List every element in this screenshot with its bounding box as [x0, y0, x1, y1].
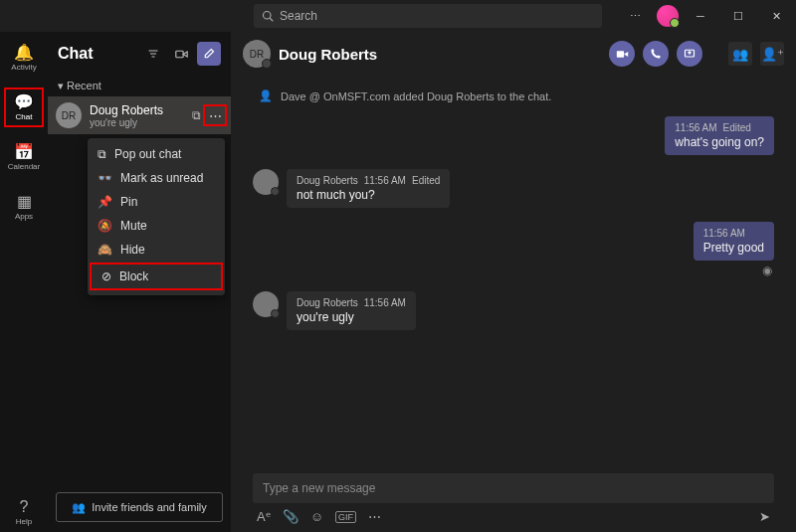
msg-sender: Doug Roberts — [297, 175, 358, 186]
apps-icon: ▦ — [17, 194, 32, 210]
rail-activity[interactable]: 🔔 Activity — [4, 38, 44, 78]
video-icon — [616, 48, 629, 61]
msg-time: 11:56 AM — [703, 228, 745, 239]
more-compose-button[interactable]: ⋯ — [368, 509, 381, 524]
chat-sidebar: Chat ▾ Recent DR Doug Roberts you're ugl… — [48, 32, 231, 532]
sender-avatar[interactable] — [253, 291, 279, 317]
gif-button[interactable]: GIF — [335, 511, 356, 523]
msg-edited: Edited — [723, 122, 751, 133]
filter-icon — [147, 48, 159, 60]
maximize-button[interactable]: ☐ — [722, 4, 754, 28]
app-rail: 🔔 Activity 💬 Chat 📅 Calendar ▦ Apps ? He… — [0, 32, 48, 532]
settings-more-icon[interactable]: ⋯ — [619, 4, 651, 28]
close-button[interactable]: ✕ — [760, 4, 792, 28]
search-input[interactable]: Search — [254, 4, 602, 28]
sidebar-title: Chat — [58, 45, 137, 63]
menu-mark-unread[interactable]: 👓Mark as unread — [88, 166, 225, 190]
attach-button[interactable]: 📎 — [283, 509, 298, 524]
invite-button[interactable]: 👥 Invite friends and family — [56, 492, 223, 522]
format-button[interactable]: Aᵉ — [257, 509, 271, 524]
share-screen-button[interactable] — [677, 41, 702, 67]
popout-inline-icon[interactable]: ⧉ — [192, 108, 201, 122]
chat-main: DR Doug Roberts 👥 👤⁺ 👤 Dave @ OnMSFT.com… — [231, 32, 796, 532]
pin-icon: 📌 — [98, 195, 112, 209]
system-message: 👤 Dave @ OnMSFT.com added Doug Roberts t… — [253, 89, 774, 102]
bell-icon: 🔔 — [14, 45, 34, 61]
search-icon — [262, 10, 274, 22]
people-button[interactable]: 👥 — [728, 42, 752, 66]
their-message[interactable]: Doug Roberts11:56 AMEdited not much you? — [287, 169, 450, 208]
section-recent[interactable]: ▾ Recent — [48, 76, 231, 96]
svg-line-1 — [270, 18, 273, 21]
chat-header-title: Doug Roberts — [279, 46, 601, 63]
msg-time: 11:56 AM — [364, 297, 406, 308]
chat-list-item[interactable]: DR Doug Roberts you're ugly ⧉ ⋯ — [48, 96, 231, 134]
chat-header-avatar[interactable]: DR — [243, 40, 271, 68]
message-placeholder: Type a new message — [263, 481, 375, 495]
menu-mute[interactable]: 🔕Mute — [88, 214, 225, 238]
search-placeholder: Search — [280, 9, 317, 23]
audio-call-button[interactable] — [643, 41, 669, 67]
rail-help[interactable]: ? Help — [4, 492, 44, 532]
menu-popout[interactable]: ⧉Pop out chat — [88, 142, 225, 166]
unread-icon: 👓 — [98, 171, 112, 185]
help-icon: ? — [20, 499, 29, 515]
msg-body: you're ugly — [297, 310, 406, 324]
rail-calendar[interactable]: 📅 Calendar — [4, 137, 44, 177]
msg-body: Pretty good — [703, 241, 764, 255]
emoji-button[interactable]: ☺ — [310, 509, 323, 524]
invite-icon: 👥 — [72, 501, 86, 514]
profile-avatar[interactable] — [657, 5, 679, 27]
menu-hide[interactable]: 🙈Hide — [88, 238, 225, 262]
msg-body: not much you? — [297, 188, 440, 202]
svg-point-0 — [264, 12, 272, 20]
send-button[interactable]: ➤ — [759, 509, 770, 524]
video-call-button[interactable] — [609, 41, 635, 67]
their-message[interactable]: Doug Roberts11:56 AM you're ugly — [287, 291, 416, 330]
my-message[interactable]: 11:56 AM Pretty good — [694, 222, 774, 261]
filter-button[interactable] — [141, 42, 165, 66]
minimize-button[interactable]: ─ — [685, 4, 716, 28]
mute-icon: 🔕 — [98, 219, 112, 233]
chat-icon: 💬 — [14, 94, 34, 110]
phone-icon — [650, 48, 662, 60]
compose-icon — [203, 48, 215, 60]
my-message[interactable]: 11:56 AMEdited what's going on? — [665, 116, 774, 155]
chat-more-options[interactable]: ⋯ — [203, 104, 227, 126]
sender-avatar[interactable] — [253, 169, 279, 195]
new-chat-button[interactable] — [197, 42, 221, 66]
share-icon — [684, 48, 696, 60]
menu-pin[interactable]: 📌Pin — [88, 190, 225, 214]
chat-context-menu: ⧉Pop out chat 👓Mark as unread 📌Pin 🔕Mute… — [88, 138, 225, 295]
msg-edited: Edited — [412, 175, 440, 186]
message-input[interactable]: Type a new message — [253, 473, 774, 503]
calendar-icon: 📅 — [14, 144, 34, 160]
meet-now-button[interactable] — [169, 42, 193, 66]
chat-preview: you're ugly — [90, 117, 163, 128]
rail-chat[interactable]: 💬 Chat — [4, 88, 44, 127]
msg-time: 11:56 AM — [364, 175, 406, 186]
add-people-button[interactable]: 👤⁺ — [760, 42, 784, 66]
hide-icon: 🙈 — [98, 243, 112, 257]
contact-avatar: DR — [56, 102, 82, 128]
block-icon: ⊘ — [101, 269, 111, 283]
read-receipt-icon: ◉ — [762, 264, 774, 277]
popout-icon: ⧉ — [98, 147, 106, 161]
rail-apps[interactable]: ▦ Apps — [4, 187, 44, 227]
contact-name: Doug Roberts — [90, 103, 163, 117]
person-add-icon: 👤 — [259, 89, 273, 102]
msg-time: 11:56 AM — [675, 122, 716, 133]
msg-body: what's going on? — [675, 135, 764, 149]
menu-block[interactable]: ⊘Block — [90, 263, 223, 290]
video-icon — [175, 48, 188, 61]
msg-sender: Doug Roberts — [297, 297, 358, 308]
svg-rect-6 — [616, 51, 623, 58]
